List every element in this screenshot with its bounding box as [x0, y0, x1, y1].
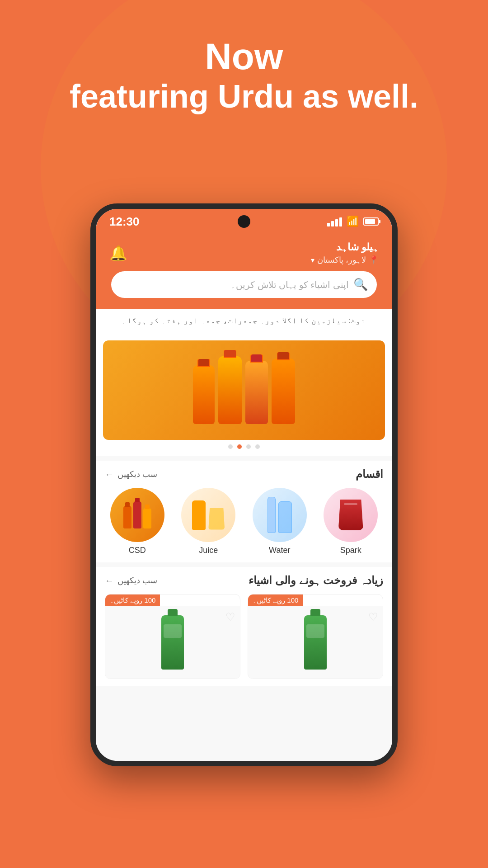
category-water-image [253, 488, 307, 542]
carousel-bottles [188, 352, 300, 429]
green-bottle-1 [161, 615, 184, 670]
carousel-section [96, 333, 392, 456]
product-badge-2: 100 روپے کاٹیں۔ [248, 594, 303, 606]
green-bottle-2 [304, 615, 327, 670]
products-see-all[interactable]: سب دیکھیں ← [105, 576, 157, 586]
notice-banner: نوٹ: سیلزمین کا اگلا دورہ جمعرات، جمعہ ا… [96, 309, 392, 333]
status-bar: 12:30 📶 [96, 209, 392, 234]
category-juice[interactable]: Juice [176, 488, 241, 555]
signal-bar-3 [335, 219, 338, 226]
category-spark-label: Spark [340, 546, 361, 555]
status-icons: 📶 [327, 216, 379, 227]
category-juice-image [181, 488, 235, 542]
header-top: 🔔 ہیلو شاہد ▾ لاہور، پاکستان 📍 [109, 241, 379, 265]
phone-frame: 12:30 📶 🔔 ہیلو شاہد [90, 203, 398, 766]
category-csd-image [110, 488, 164, 542]
products-see-all-label: سب دیکھیں [117, 576, 157, 585]
products-section: سب دیکھیں ← زیادہ فروخت ہونے والی اشیاء … [96, 567, 392, 686]
signal-bars-icon [327, 217, 342, 226]
product-badge-1: 100 روپے کاٹیں۔ [105, 594, 160, 606]
products-title: زیادہ فروخت ہونے والی اشیاء [249, 574, 383, 587]
signal-bar-4 [339, 217, 342, 226]
arrow-left-icon: ← [105, 469, 114, 480]
wifi-icon: 📶 [347, 216, 359, 227]
search-bar[interactable]: اپنی اشیاء کو یہاں تلاش کریں۔ 🔍 [111, 271, 377, 298]
csd-bottles-visual [119, 497, 156, 533]
product-image-1: ♡ [105, 606, 240, 679]
category-spark[interactable]: Spark [319, 488, 384, 555]
dot-3[interactable] [246, 444, 251, 449]
products-row: 100 روپے کاٹیں۔ ♡ 100 روپے کاٹیں۔ ♡ [105, 594, 383, 679]
heart-icon-1[interactable]: ♡ [225, 611, 235, 623]
products-arrow-icon: ← [105, 576, 114, 586]
categories-section: سب دیکھیں ← اقسام [96, 461, 392, 562]
user-location: ہیلو شاہد ▾ لاہور، پاکستان 📍 [311, 241, 379, 265]
carousel-image[interactable] [103, 340, 385, 440]
bell-icon[interactable]: 🔔 [109, 245, 127, 262]
dropdown-arrow-icon: ▾ [311, 256, 314, 264]
category-water[interactable]: Water [247, 488, 312, 555]
see-all-label: سب دیکھیں [117, 469, 157, 479]
heart-icon-2[interactable]: ♡ [368, 611, 378, 623]
search-input[interactable]: اپنی اشیاء کو یہاں تلاش کریں۔ [120, 279, 349, 290]
location-row[interactable]: ▾ لاہور، پاکستان 📍 [311, 255, 379, 265]
phone-mockup: 12:30 📶 🔔 ہیلو شاہد [90, 203, 398, 766]
user-name: ہیلو شاہد [311, 241, 379, 253]
location-text: لاہور، پاکستان [317, 255, 366, 265]
location-pin-icon: 📍 [369, 255, 379, 265]
camera-notch [238, 215, 250, 228]
carousel-dots [103, 440, 385, 452]
water-bottles-visual [264, 493, 296, 537]
categories-see-all[interactable]: سب دیکھیں ← [105, 469, 157, 480]
status-time: 12:30 [109, 215, 140, 229]
category-csd-label: CSD [129, 546, 146, 555]
categories-row: CSD Juice [105, 488, 383, 555]
dot-1[interactable] [228, 444, 233, 449]
category-water-label: Water [269, 546, 290, 555]
signal-bar-2 [331, 221, 334, 226]
product-card-2[interactable]: 100 روپے کاٹیں۔ ♡ [248, 594, 383, 679]
categories-header: سب دیکھیں ← اقسام [105, 468, 383, 481]
battery-fill [365, 219, 375, 224]
category-spark-image [324, 488, 378, 542]
app-header: 🔔 ہیلو شاہد ▾ لاہور، پاکستان 📍 اپنی اشیا… [96, 234, 392, 309]
hero-line1: Now [0, 36, 488, 77]
categories-title: اقسام [356, 468, 383, 481]
dot-2[interactable] [237, 444, 242, 449]
products-header: سب دیکھیں ← زیادہ فروخت ہونے والی اشیاء [105, 574, 383, 587]
battery-icon [363, 217, 379, 226]
search-icon[interactable]: 🔍 [353, 278, 368, 292]
category-juice-label: Juice [199, 546, 218, 555]
hero-section: Now featuring Urdu as well. [0, 36, 488, 116]
signal-bar-1 [327, 223, 330, 226]
product-card-1[interactable]: 100 روپے کاٹیں۔ ♡ [105, 594, 240, 679]
dot-4[interactable] [255, 444, 260, 449]
app-content: نوٹ: سیلزمین کا اگلا دورہ جمعرات، جمعہ ا… [96, 309, 392, 761]
category-csd[interactable]: CSD [105, 488, 170, 555]
product-image-2: ♡ [248, 606, 383, 679]
hero-line2: featuring Urdu as well. [0, 77, 488, 116]
